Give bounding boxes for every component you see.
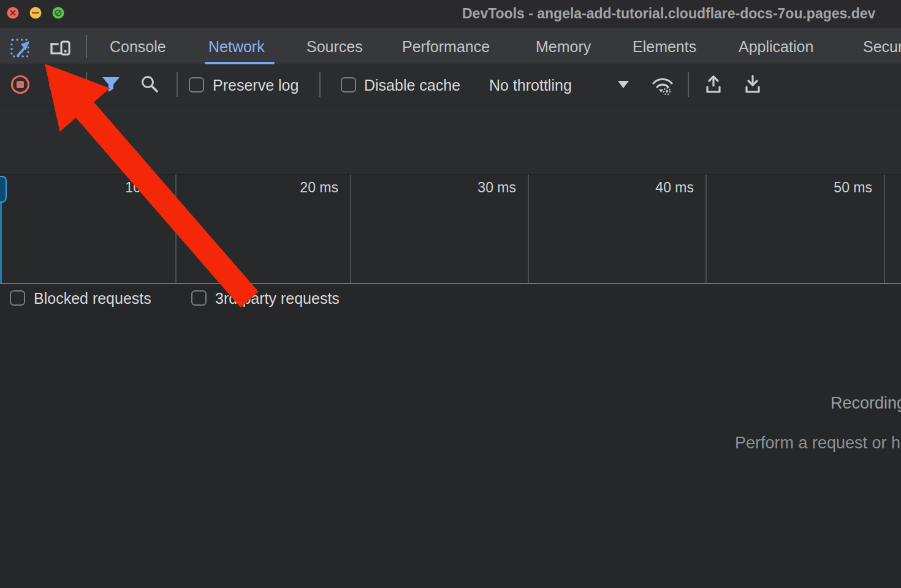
- timeline-bottom-border: [0, 283, 901, 284]
- blocked-requests-checkbox[interactable]: [10, 290, 25, 306]
- throttling-select-value[interactable]: No throttling: [489, 77, 572, 94]
- devtools-tab-bar: Console Network Sources Performance Memo…: [0, 28, 901, 64]
- title-bar: DevTools - angela-add-tutorial.cloudflar…: [0, 0, 901, 28]
- export-har-download-icon[interactable]: [741, 73, 764, 96]
- tab-elements[interactable]: Elements: [633, 38, 696, 56]
- timeline-tick-label: 10 ms: [90, 179, 164, 196]
- timeline-gridline: [705, 175, 707, 283]
- window-title: DevTools - angela-add-tutorial.cloudflar…: [462, 6, 875, 22]
- minimize-window-icon[interactable]: [30, 7, 42, 19]
- timeline-gridline: [528, 175, 529, 283]
- zoom-window-icon[interactable]: [53, 7, 64, 19]
- timeline-gridline: [350, 175, 351, 283]
- tab-console[interactable]: Console: [110, 38, 166, 56]
- third-party-requests-label: 3rd-party requests: [215, 290, 340, 307]
- disable-cache-checkbox[interactable]: [341, 77, 356, 92]
- empty-state-hint-text: Perform a request or hit ⌘ R to record t…: [735, 433, 901, 453]
- clear-network-log-icon[interactable]: [48, 75, 67, 94]
- empty-state-recording-text: Recording network activity…: [831, 394, 901, 413]
- tab-performance[interactable]: Performance: [402, 38, 490, 56]
- tab-memory[interactable]: Memory: [536, 38, 591, 56]
- search-icon[interactable]: [139, 74, 160, 95]
- timeline-gridline: [884, 175, 885, 283]
- toolbar-separator: [688, 72, 689, 97]
- network-overview-timeline[interactable]: 10 ms 20 ms 30 ms 40 ms 50 ms: [0, 175, 901, 283]
- blocked-requests-label: Blocked requests: [34, 290, 151, 307]
- timeline-tick-label: 50 ms: [799, 179, 872, 196]
- disable-cache-label: Disable cache: [364, 77, 460, 94]
- tab-security[interactable]: Security: [863, 38, 901, 56]
- close-window-icon[interactable]: [7, 7, 19, 19]
- network-filter-row-2: Blocked requests 3rd-party requests: [0, 141, 901, 175]
- import-har-upload-icon[interactable]: [702, 73, 725, 96]
- toolbar-separator: [86, 72, 87, 97]
- inspect-element-icon[interactable]: [9, 36, 34, 61]
- stop-recording-icon[interactable]: [9, 74, 31, 96]
- toggle-device-toolbar-icon[interactable]: [47, 36, 74, 61]
- network-filter-row: Filter Invert Hide data URLs Hide extens…: [0, 105, 901, 141]
- toolbar-separator: [177, 72, 178, 97]
- tab-network[interactable]: Network: [208, 38, 265, 56]
- timeline-tick-label: 30 ms: [443, 179, 516, 196]
- timeline-tick-label: 20 ms: [265, 179, 338, 196]
- chevron-down-icon[interactable]: [618, 81, 629, 88]
- tab-application[interactable]: Application: [739, 38, 813, 56]
- overview-window-left-handle[interactable]: [0, 176, 7, 203]
- network-conditions-icon[interactable]: [648, 70, 677, 98]
- preserve-log-label: Preserve log: [213, 77, 298, 94]
- third-party-requests-checkbox[interactable]: [191, 290, 207, 306]
- tab-sources[interactable]: Sources: [306, 38, 363, 56]
- timeline-tick-label: 40 ms: [620, 179, 694, 196]
- toolbar-separator: [319, 72, 321, 97]
- tabbar-separator: [86, 35, 87, 58]
- preserve-log-checkbox[interactable]: [189, 77, 204, 92]
- network-filter-funnel-icon[interactable]: [101, 74, 121, 95]
- network-toolbar: Preserve log Disable cache No throttling: [0, 64, 901, 105]
- timeline-gridline: [175, 175, 177, 283]
- overview-window-left-edge: [0, 203, 2, 283]
